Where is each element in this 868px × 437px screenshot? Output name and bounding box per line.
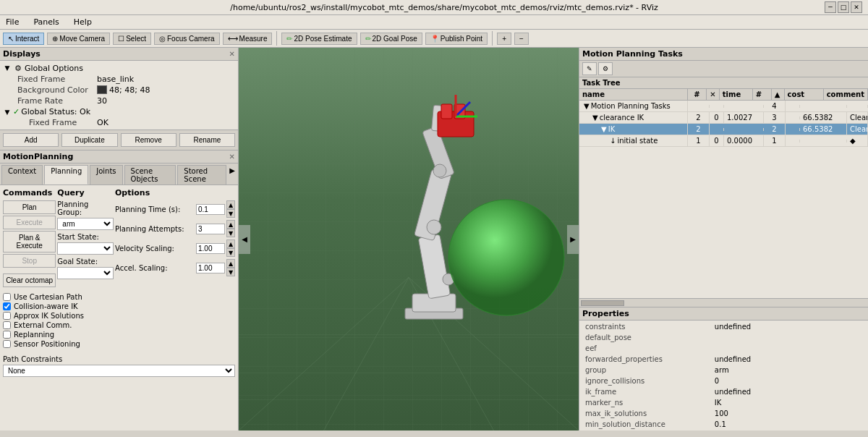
maximize-button[interactable]: □ <box>838 1 849 13</box>
row-3-name: initial state <box>617 137 658 145</box>
add-button[interactable]: Add <box>3 133 59 147</box>
focus-camera-button[interactable]: ◎ Focus Camera <box>154 33 220 45</box>
collision-aware-label: Collision-aware IK <box>14 302 78 310</box>
task-cell-name-2: ▼ IK <box>579 124 688 135</box>
prop-value: undefined <box>710 322 867 331</box>
grid-svg <box>239 48 579 430</box>
expand-0[interactable]: ▼ <box>582 102 590 110</box>
use-cartesian-checkbox[interactable] <box>3 293 11 301</box>
replanning-checkbox[interactable] <box>3 331 11 339</box>
right-panel: Motion Planning Tasks ✎ ⚙ Task Tree name… <box>579 48 868 430</box>
minus-button[interactable]: − <box>514 33 529 45</box>
tab-more-button[interactable]: ▶ <box>226 165 238 184</box>
close-button[interactable]: ✕ <box>851 1 862 13</box>
settings-button[interactable]: ⚙ <box>598 62 613 75</box>
clear-octomap-button[interactable]: Clear octomap <box>3 273 56 287</box>
expand-3[interactable]: ↓ <box>582 137 616 145</box>
velocity-scaling-input[interactable] <box>196 243 225 254</box>
scroll-thumb-horizontal[interactable] <box>581 300 624 306</box>
col-sort[interactable]: ▲ <box>772 89 785 100</box>
query-header: Query <box>57 188 114 198</box>
edit-button[interactable]: ✎ <box>582 62 597 75</box>
prop-value: 100 <box>710 409 867 418</box>
planning-attempts-down[interactable]: ▼ <box>226 229 235 237</box>
pose-estimate-button[interactable]: ✏ 2D Pose Estimate <box>281 33 357 45</box>
displays-close-button[interactable]: ✕ <box>229 50 235 58</box>
task-row-1[interactable]: ▼ clearance IK 2 0 1.0027 3 66.5382 Clea… <box>579 112 868 124</box>
rename-button[interactable]: Rename <box>179 133 235 147</box>
task-row-2[interactable]: ▼ IK 2 2 66.5382 Clearance: c <box>579 124 868 135</box>
replanning-row: Replanning <box>3 331 235 339</box>
task-row-3[interactable]: ↓ initial state 1 0 0.0000 1 ◆ <box>579 135 868 147</box>
task-tree-body[interactable]: ▼ Motion Planning Tasks 4 ▼ clearance I <box>579 101 868 298</box>
interact-button[interactable]: ↖ Interact <box>3 33 44 45</box>
menu-help[interactable]: Help <box>71 17 95 27</box>
tab-joints[interactable]: Joints <box>90 165 122 184</box>
expand-1[interactable]: ▼ <box>582 114 598 122</box>
publish-point-button[interactable]: 📍 Publish Point <box>425 33 488 45</box>
velocity-scaling-down[interactable]: ▼ <box>226 248 235 257</box>
goal-state-select[interactable] <box>57 267 114 279</box>
select-button[interactable]: ☐ Select <box>113 33 151 45</box>
col-cost[interactable]: cost <box>785 89 824 100</box>
expand-status-icon[interactable]: ▼ <box>3 108 12 116</box>
expand-icon[interactable]: ▼ <box>3 64 12 72</box>
collision-aware-checkbox[interactable] <box>3 302 11 310</box>
center-viewport[interactable]: ◀ ▶ <box>239 48 579 430</box>
svg-line-4 <box>409 277 579 430</box>
plus-button[interactable]: + <box>497 33 511 45</box>
planning-time-down[interactable]: ▼ <box>226 209 235 218</box>
tab-scene-objects[interactable]: Scene Objects <box>124 165 176 184</box>
col-x[interactable]: ✕ <box>707 89 720 100</box>
bg-color-swatch <box>97 85 107 94</box>
accel-scaling-up[interactable]: ▲ <box>226 259 235 268</box>
global-status-item[interactable]: ▼ ✓ Global Status: Ok <box>0 106 238 117</box>
task-tree-scroll-h[interactable] <box>579 298 868 307</box>
execute-button[interactable]: Execute <box>3 216 56 229</box>
menu-file[interactable]: File <box>3 17 22 27</box>
planning-group-select[interactable]: arm <box>57 218 114 230</box>
goal-pose-button[interactable]: ✏ 2D Goal Pose <box>360 33 422 45</box>
move-camera-button[interactable]: ⊕ Move Camera <box>47 33 110 45</box>
minimize-button[interactable]: ─ <box>825 1 836 13</box>
accel-scaling-input[interactable] <box>196 263 225 273</box>
approx-ik-checkbox[interactable] <box>3 312 11 320</box>
displays-buttons: Add Duplicate Remove Rename <box>0 130 238 150</box>
menu-panels[interactable]: Panels <box>30 17 61 27</box>
planning-attempts-up[interactable]: ▲ <box>226 220 235 229</box>
sensor-positioning-checkbox[interactable] <box>3 340 11 348</box>
velocity-scaling-up[interactable]: ▲ <box>226 239 235 248</box>
path-constraints-select[interactable]: None <box>3 365 235 377</box>
remove-button[interactable]: Remove <box>121 133 176 147</box>
tab-planning[interactable]: Planning <box>44 165 88 184</box>
viewport-left-arrow[interactable]: ◀ <box>239 225 250 254</box>
sensor-positioning-row: Sensor Positioning <box>3 340 235 348</box>
planning-time-up[interactable]: ▲ <box>226 200 235 209</box>
plan-button[interactable]: Plan <box>3 200 56 214</box>
duplicate-button[interactable]: Duplicate <box>61 133 117 147</box>
planning-time-label: Planning Time (s): <box>115 205 195 213</box>
col-comment[interactable]: comment <box>824 89 868 100</box>
expand-2[interactable]: ▼ <box>582 125 607 133</box>
global-options-item[interactable]: ▼ ⚙ Global Options <box>0 62 238 74</box>
task-row-0[interactable]: ▼ Motion Planning Tasks 4 <box>579 101 868 112</box>
start-state-select[interactable] <box>57 242 114 255</box>
motion-planning-close-button[interactable]: ✕ <box>229 153 235 161</box>
task-cell-time-2 <box>724 128 764 131</box>
stop-button[interactable]: Stop <box>3 254 56 268</box>
col-hash[interactable]: # <box>753 89 772 100</box>
planning-time-input[interactable] <box>196 204 225 215</box>
tab-stored-scene[interactable]: Stored Scene <box>177 165 226 184</box>
col-num[interactable]: # <box>688 89 707 100</box>
prop-value <box>710 333 867 342</box>
measure-button[interactable]: ⟷ Measure <box>223 33 273 45</box>
planning-attempts-input[interactable] <box>196 224 225 234</box>
col-name[interactable]: name <box>579 89 688 100</box>
tab-context[interactable]: Context <box>1 165 43 184</box>
external-comm-checkbox[interactable] <box>3 321 11 329</box>
viewport-right-arrow[interactable]: ▶ <box>567 225 579 254</box>
col-time[interactable]: time <box>720 89 753 100</box>
plan-execute-button[interactable]: Plan & Execute <box>3 231 56 253</box>
accel-scaling-down[interactable]: ▼ <box>226 268 235 276</box>
property-row: forwarded_propertiesundefined <box>581 355 867 364</box>
